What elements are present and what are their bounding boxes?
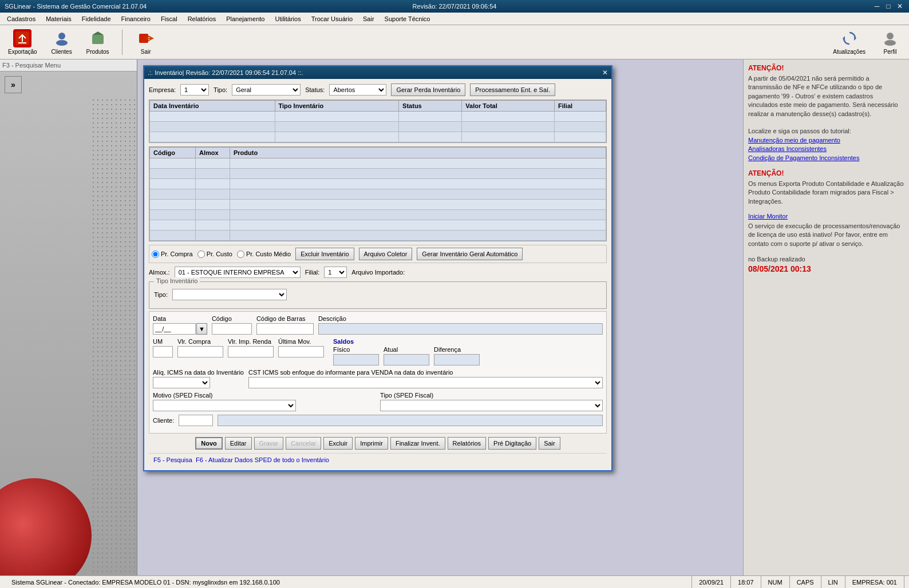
btn-gravar[interactable]: Gravar (254, 437, 284, 450)
monitor-text: O serviço de execução de processamentos/… (748, 222, 904, 248)
btn-relatorios[interactable]: Relatórios (448, 437, 487, 450)
date-picker-btn[interactable]: ▼ (196, 323, 207, 335)
tipo-sped-select[interactable] (380, 400, 603, 411)
btn-imprimir[interactable]: Imprimir (355, 437, 388, 450)
monitor-link[interactable]: Iniciar Monitor (748, 213, 788, 220)
ultima-mov-group: Última Mov. (278, 338, 324, 357)
btn-excluir-inventario[interactable]: Excluir Inventário (295, 248, 354, 260)
codigo-detail-input[interactable] (212, 323, 252, 335)
cst-icms-select[interactable] (248, 377, 603, 388)
sidebar-dots-decoration (91, 98, 137, 575)
detail-row[interactable] (150, 189, 606, 200)
um-input[interactable] (153, 346, 173, 357)
radio-pr-custo-medio-input[interactable] (237, 251, 244, 258)
btn-processamento[interactable]: Processamento Ent. e Saí. (470, 84, 555, 96)
menu-utilitarios[interactable]: Utilitários (270, 14, 305, 23)
btn-finalizar[interactable]: Finalizar Invent. (390, 437, 445, 450)
cst-icms-label: CST ICMS sob enfoque do informante para … (248, 369, 603, 376)
radio-pr-custo-input[interactable] (197, 251, 205, 258)
fkey-f5[interactable]: F5 - Pesquisa (153, 456, 192, 463)
detail-row[interactable] (150, 220, 606, 231)
radio-pr-custo[interactable]: Pr. Custo (197, 251, 232, 258)
um-label: UM (153, 338, 173, 345)
monitor-title: Iniciar Monitor (748, 213, 904, 220)
alert-title-2: ATENÇÃO! (748, 169, 904, 177)
cliente-code-input[interactable] (179, 415, 213, 426)
table-row[interactable] (150, 112, 606, 122)
radio-pr-compra[interactable]: Pr. Compra (152, 251, 193, 258)
detail-row[interactable] (150, 179, 606, 189)
cliente-name-input[interactable] (218, 415, 603, 426)
tipo-inv-select[interactable] (172, 289, 287, 300)
btn-excluir[interactable]: Excluir (323, 437, 353, 450)
detail-row[interactable] (150, 158, 606, 169)
radio-pr-custo-medio[interactable]: Pr. Custo Médio (237, 251, 291, 258)
fisico-input[interactable] (333, 354, 379, 365)
toolbar-atualizacoes[interactable]: Atualizações (829, 28, 869, 56)
menu-fidelidade[interactable]: Fidelidade (77, 14, 116, 23)
maximize-button[interactable]: □ (884, 2, 893, 11)
vlr-imp-renda-input[interactable] (228, 346, 274, 357)
btn-gerar-inv-auto[interactable]: Gerar Inventário Geral Automático (417, 248, 523, 260)
tipo-select[interactable]: Geral (232, 84, 301, 96)
sidebar-circle-decoration (0, 478, 92, 575)
toolbar-produtos[interactable]: Produtos (83, 28, 113, 56)
alert-link-manutencao[interactable]: Manutenção meio de pagamento (748, 137, 840, 144)
cod-barras-input[interactable] (256, 323, 314, 335)
menu-financeiro[interactable]: Financeiro (117, 14, 155, 23)
btn-editar[interactable]: Editar (225, 437, 252, 450)
btn-sair-dialog[interactable]: Sair (539, 437, 560, 450)
fkey-f6[interactable]: F6 - Atualizar Dados SPED de todo o Inve… (196, 456, 329, 463)
sidebar-forward-btn[interactable]: » (5, 76, 22, 93)
table-row[interactable] (150, 122, 606, 132)
status-select[interactable]: Abertos (329, 84, 386, 96)
menu-planejamento[interactable]: Planejamento (222, 14, 269, 23)
dialog-title: .:. Inventário| Revisão: 22/07/2021 09:0… (148, 69, 303, 76)
toolbar-clientes[interactable]: Clientes (48, 28, 76, 56)
toolbar-sair[interactable]: Sair (132, 28, 160, 56)
menu-relatorios[interactable]: Relatórios (183, 14, 221, 23)
alert-link-analisadoras[interactable]: Analisadoras Inconsistentes (748, 145, 827, 152)
empresa-select[interactable]: 1 (180, 84, 209, 96)
menu-sair[interactable]: Sair (358, 14, 379, 23)
diferenca-group: Diferença (434, 346, 480, 365)
filial-select[interactable]: 1 (324, 267, 347, 278)
toolbar-exportacao[interactable]: Exportação (5, 28, 41, 56)
diferenca-input[interactable] (434, 354, 480, 365)
dialog-close-button[interactable]: ✕ (602, 69, 608, 77)
menu-trocar-usuario[interactable]: Trocar Usuário (307, 14, 357, 23)
ultima-mov-input[interactable] (278, 346, 324, 357)
menu-fiscal[interactable]: Fiscal (156, 14, 182, 23)
btn-pre-digitacao[interactable]: Pré Digitação (488, 437, 536, 450)
detail-row[interactable] (150, 200, 606, 210)
motivo-sped-select[interactable] (153, 400, 296, 411)
btn-gerar-perda[interactable]: Gerar Perda Inventário (391, 84, 465, 96)
table-row[interactable] (150, 132, 606, 142)
vlr-compra-input[interactable] (177, 346, 223, 357)
atualizacoes-icon (840, 29, 859, 47)
descricao-input[interactable] (318, 323, 603, 335)
title-bar: SGLinear - Sistema de Gestão Comercial 2… (0, 0, 909, 13)
radio-pr-compra-input[interactable] (152, 251, 159, 258)
status-caps: CAPS (790, 576, 821, 588)
menu-suporte[interactable]: Suporte Técnico (380, 14, 435, 23)
btn-cancelar[interactable]: Cancelar (286, 437, 321, 450)
bottom-detail-form: Data ▼ Código Código de Barras (149, 311, 607, 434)
menu-cadastros[interactable]: Cadastros (2, 14, 40, 23)
date-input[interactable] (153, 323, 196, 335)
almox-select[interactable]: 01 - ESTOQUE INTERNO EMPRESA (175, 267, 301, 278)
btn-novo[interactable]: Novo (195, 437, 223, 450)
detail-row[interactable] (150, 210, 606, 220)
btn-arquivo-coletor[interactable]: Arquivo Coletor (359, 248, 413, 260)
alert-link-condicao[interactable]: Condição de Pagamento Inconsistentes (748, 154, 859, 161)
menu-materiais[interactable]: Materiais (41, 14, 76, 23)
atual-input[interactable] (384, 354, 429, 365)
detail-row[interactable] (150, 231, 606, 241)
descricao-label: Descrição (318, 315, 603, 322)
detail-row[interactable] (150, 169, 606, 179)
toolbar-perfil[interactable]: Perfil (876, 28, 904, 56)
minimize-button[interactable]: ─ (872, 2, 882, 11)
close-button[interactable]: ✕ (895, 2, 904, 11)
aliq-icms-select[interactable] (153, 377, 210, 388)
produtos-label: Produtos (86, 49, 109, 55)
